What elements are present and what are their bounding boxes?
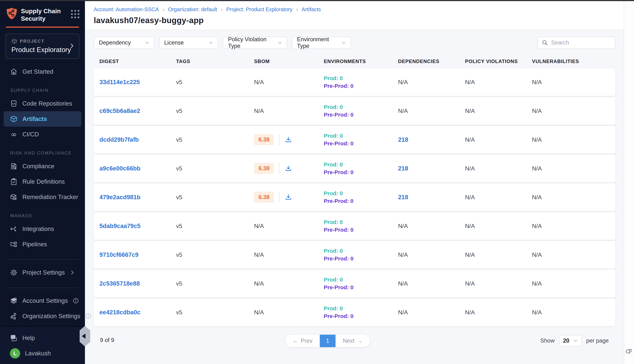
breadcrumb-link[interactable]: Artifacts xyxy=(301,6,321,12)
filter-dropdown-policy-violation-type[interactable]: Policy Violation Type xyxy=(223,37,287,49)
vulnerabilities-value: N/A xyxy=(532,223,542,229)
sbom-na: N/A xyxy=(254,252,264,258)
page-title: lavakush07/easy-buggy-app xyxy=(94,16,615,25)
env-prod-count: Prod: 0 xyxy=(324,248,398,254)
divider xyxy=(279,163,279,174)
sidebar-item-organization-settings[interactable]: Organization Settings xyxy=(4,308,81,324)
table-row: 2c5365718e88v5N/AProd: 0Pre-Prod: 0N/AN/… xyxy=(94,270,615,297)
dependencies-link[interactable]: 218 xyxy=(398,136,408,143)
vulnerabilities-value: N/A xyxy=(532,194,542,200)
column-header: SBOM xyxy=(254,59,324,64)
filter-label: Policy Violation Type xyxy=(228,36,277,49)
dependencies-na: N/A xyxy=(398,309,408,316)
dependencies-na: N/A xyxy=(398,108,408,114)
chevron-down-icon xyxy=(277,40,282,45)
next-page-button[interactable]: Next → xyxy=(336,335,370,347)
dependencies-link[interactable]: 218 xyxy=(398,194,408,200)
sbom-download-icon[interactable] xyxy=(285,194,292,201)
prev-page-button[interactable]: ← Prev xyxy=(285,335,320,347)
breadcrumb-link[interactable]: Organization: default xyxy=(168,6,217,12)
integrations-icon xyxy=(10,225,18,233)
env-preprod-count: Pre-Prod: 0 xyxy=(324,140,398,147)
env-preprod-count: Pre-Prod: 0 xyxy=(324,169,398,176)
org-gear-icon xyxy=(10,312,18,320)
tag-value: v5 xyxy=(176,194,182,200)
sidebar-item-artifacts[interactable]: Artifacts xyxy=(4,111,81,127)
digest-link[interactable]: a9c6e00c66bb xyxy=(99,165,141,172)
digest-link[interactable]: dcdd29b7fafb xyxy=(99,136,139,143)
sidebar-item-project-settings[interactable]: Project Settings xyxy=(4,265,81,280)
table-header-row: DIGESTTAGSSBOMENVIRONMENTSDEPENDENCIESPO… xyxy=(94,49,615,68)
sidebar-item-rule-definitions[interactable]: Rule Definitions xyxy=(4,174,81,189)
env-preprod-count: Pre-Prod: 0 xyxy=(324,313,398,319)
sidebar-item-cicd[interactable]: ∞ CI/CD xyxy=(4,127,81,142)
sidebar-item-compliance[interactable]: Compliance xyxy=(4,158,81,174)
avatar: L xyxy=(10,348,20,358)
dependencies-link[interactable]: 218 xyxy=(398,165,408,172)
search-icon xyxy=(541,40,548,46)
digest-link[interactable]: 9710cf6667c9 xyxy=(99,251,139,258)
filter-dropdown-license[interactable]: License xyxy=(159,37,218,49)
project-selector-label: PROJECT xyxy=(20,39,44,44)
sidebar-item-get-started[interactable]: Get Started xyxy=(4,64,81,79)
page-1-button[interactable]: 1 xyxy=(320,335,336,347)
pagination-bar: 9 of 9 ← Prev 1 Next → Show 20 per page xyxy=(94,327,615,358)
filter-dropdown-environment-type[interactable]: Environment Type xyxy=(292,37,351,49)
digest-link[interactable]: 479e2acd981b xyxy=(99,194,141,200)
chevron-down-icon xyxy=(573,338,578,343)
sidebar-item-label: Account Settings xyxy=(22,297,68,304)
table-row: a9c6e00c66bbv56.38Prod: 0Pre-Prod: 0218N… xyxy=(94,155,615,182)
app-switcher-icon[interactable] xyxy=(71,10,79,18)
sidebar-item-label: Get Started xyxy=(22,68,53,75)
chevron-down-icon xyxy=(145,40,150,45)
sidebar-item-label: Organization Settings xyxy=(22,313,80,320)
digest-link[interactable]: c69c5b6a8ae2 xyxy=(99,108,140,114)
user-menu[interactable]: L Lavakush xyxy=(4,346,81,361)
sidebar-item-account-settings[interactable]: Account Settings xyxy=(4,293,81,308)
policy-violations-value: N/A xyxy=(465,280,475,287)
help-label: Help xyxy=(22,334,35,342)
sidebar-item-code-repositories[interactable]: Code Repositories xyxy=(4,96,81,111)
table-row: 9710cf6667c9v5N/AProd: 0Pre-Prod: 0N/AN/… xyxy=(94,241,615,268)
filter-dropdown-dependency[interactable]: Dependency xyxy=(94,37,154,49)
tag-value: v5 xyxy=(176,280,182,287)
page-size-select[interactable]: 20 xyxy=(559,335,582,346)
sbom-na: N/A xyxy=(254,280,264,287)
sidebar-item-pipelines[interactable]: Pipelines xyxy=(4,236,81,252)
document-search-icon xyxy=(10,162,18,170)
column-header: VULNERABILITIES xyxy=(532,59,615,64)
breadcrumb-link[interactable]: Account: Automation-SSCA xyxy=(94,6,159,12)
sidebar-item-label: Pipelines xyxy=(22,241,47,248)
window-top-border xyxy=(0,0,634,1)
digest-link[interactable]: 2c5365718e88 xyxy=(99,280,140,287)
dependencies-na: N/A xyxy=(398,280,408,287)
tag-value: v5 xyxy=(176,252,182,258)
sidebar-item-integrations[interactable]: Integrations xyxy=(4,221,81,236)
env-preprod-count: Pre-Prod: 0 xyxy=(324,198,398,204)
sbom-na: N/A xyxy=(254,79,264,86)
sidebar-item-remediation-tracker[interactable]: Remediation Tracker xyxy=(4,189,81,205)
vulnerabilities-value: N/A xyxy=(532,108,542,114)
env-preprod-count: Pre-Prod: 0 xyxy=(324,83,398,89)
help-button[interactable]: ? Help xyxy=(4,330,81,346)
nav-divider xyxy=(6,259,79,260)
column-header: TAGS xyxy=(176,59,254,64)
breadcrumb-link[interactable]: Project: Product Exploratory xyxy=(226,6,292,12)
sbom-na: N/A xyxy=(254,223,264,230)
search-input[interactable] xyxy=(551,40,624,46)
chevron-right-icon xyxy=(69,43,75,50)
digest-link[interactable]: 5dab9caa79c5 xyxy=(99,222,141,229)
project-selector[interactable]: PROJECT Product Exploratory xyxy=(6,34,79,59)
artifacts-cube-icon xyxy=(10,115,18,123)
chat-bubbles-icon[interactable] xyxy=(625,347,633,356)
sbom-download-icon[interactable] xyxy=(285,136,292,143)
digest-link[interactable]: ee4218cdba0c xyxy=(99,309,141,316)
breadcrumb-separator-icon: › xyxy=(163,6,164,12)
digest-link[interactable]: 33d114e1c225 xyxy=(99,79,140,86)
env-prod-count: Prod: 0 xyxy=(324,190,398,196)
chevron-down-icon xyxy=(342,40,346,45)
filter-label: Environment Type xyxy=(297,36,342,49)
sbom-download-icon[interactable] xyxy=(285,165,292,172)
sidebar-item-label: Compliance xyxy=(22,163,54,170)
artifacts-table-body: 33d114e1c225v5N/AProd: 0Pre-Prod: 0N/AN/… xyxy=(94,68,615,326)
